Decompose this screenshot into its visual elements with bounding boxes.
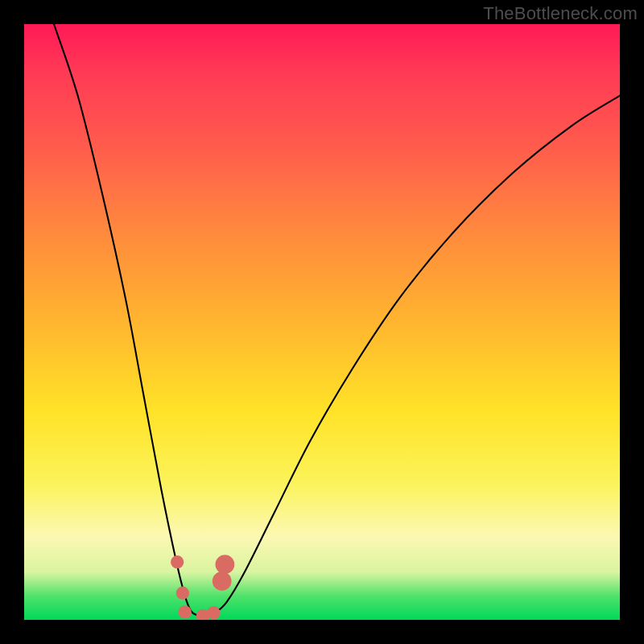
watermark-text: TheBottleneck.com	[483, 3, 638, 24]
chart-svg	[24, 24, 620, 620]
marker-group	[171, 555, 234, 620]
marker-3	[179, 605, 192, 618]
marker-1	[171, 555, 184, 568]
marker-6	[213, 572, 232, 591]
marker-5	[207, 606, 220, 619]
bottleneck-curve-path	[54, 24, 620, 616]
marker-2	[176, 587, 189, 600]
plot-area	[24, 24, 620, 620]
marker-7	[216, 555, 235, 574]
outer-frame: TheBottleneck.com	[0, 0, 644, 644]
